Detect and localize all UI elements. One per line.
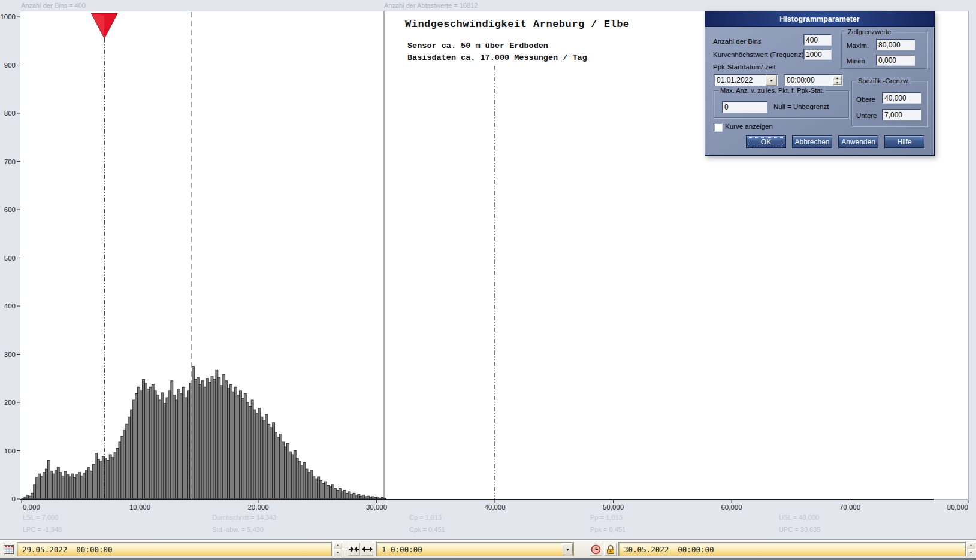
arrows-inward-icon <box>349 546 359 553</box>
stat-stddev: Std.-abw. = 5,430 <box>212 526 264 533</box>
y-tick-label: 400 <box>4 302 16 310</box>
lower-limit-input[interactable] <box>882 109 921 120</box>
upper-limit-input[interactable] <box>882 92 921 104</box>
cancel-button[interactable]: Abbrechen <box>792 135 832 148</box>
y-tick-label: 0 <box>12 495 16 503</box>
help-button[interactable]: Hilfe <box>884 135 924 148</box>
range-end-spin-up[interactable]: ▲ <box>966 542 975 549</box>
histogram-parameter-dialog: Histogrammparameter Anzahl der Bins Kurv… <box>705 11 935 156</box>
x-tick-label: 70,000 <box>839 504 860 511</box>
stat-lpc: LPC = -1,948 <box>23 526 62 533</box>
y-tick-label: 700 <box>4 158 16 165</box>
lower-label: Untere <box>856 112 877 119</box>
max-points-hint: Null = Unbegrenzt <box>773 103 829 110</box>
ppk-date-combobox[interactable]: 01.01.2022 ▼ <box>714 74 778 86</box>
stat-usl: USL = 40,000 <box>779 514 819 521</box>
x-tick-label: 80,000 <box>947 504 968 511</box>
ppk-date-value: 01.01.2022 <box>714 76 766 84</box>
freq-input[interactable] <box>803 49 832 60</box>
x-tick-label: 0,000 <box>23 504 40 511</box>
x-tick-label: 50,000 <box>603 504 624 511</box>
y-tick-label: 900 <box>4 62 16 69</box>
cell-limits-group-label: Zellgrenzwerte <box>846 28 893 35</box>
ppk-time-value: 00:00:00 <box>784 76 833 84</box>
interval-dropdown-button[interactable]: ▼ <box>563 543 573 555</box>
arrows-outward-icon <box>362 546 373 553</box>
x-tick-label: 10,000 <box>129 504 150 511</box>
dialog-title-text: Histogrammparameter <box>779 15 859 23</box>
y-tick-label: 100 <box>4 447 16 455</box>
chart-subtitle-basis: Basisdaten ca. 17.000 Messungen / Tag <box>407 53 587 62</box>
dialog-title-bar[interactable]: Histogrammparameter <box>705 11 934 27</box>
y-tick-label: 800 <box>4 110 16 117</box>
clock-icon <box>591 544 601 555</box>
stat-ppk: Ppk = 0,451 <box>590 526 626 533</box>
stat-lsl: LSL = 7,000 <box>23 514 58 521</box>
max-points-input[interactable] <box>722 101 767 113</box>
expand-range-button[interactable] <box>361 543 373 556</box>
y-tick-label: 200 <box>4 399 16 406</box>
interval-combobox[interactable]: 1 0:00:00 <box>376 542 574 556</box>
calendar-icon <box>4 544 14 554</box>
range-end-spinner: ▲ ▼ <box>966 542 975 556</box>
time-range-toolbar: 29.05.2022 00:00:00 ▲ ▼ 1 0:00:00 ▼ <box>0 540 976 558</box>
range-start-datetime-value: 29.05.2022 00:00:00 <box>22 545 113 554</box>
x-tick-label: 30,000 <box>366 504 387 511</box>
bins-count-header: Anzahl der Bins = 400 <box>21 2 86 9</box>
range-start-spin-down[interactable]: ▼ <box>333 549 342 556</box>
y-tick-label: 600 <box>4 206 16 213</box>
ppk-time-up-button[interactable]: ▲ <box>833 75 842 80</box>
apply-button[interactable]: Anwenden <box>838 135 878 148</box>
x-tick-label: 40,000 <box>484 504 505 511</box>
y-tick-label: 1000 <box>0 13 16 20</box>
window-bottom-edge <box>0 558 976 560</box>
range-end-spin-down[interactable]: ▼ <box>966 549 975 556</box>
ppk-time-down-button[interactable]: ▼ <box>833 80 842 85</box>
ppk-time-spinner[interactable]: 00:00:00 ▲▼ <box>784 74 843 86</box>
histogram-app-window: { "header": { "bins_info": "Anzahl der B… <box>0 0 976 560</box>
range-start-spin-up[interactable]: ▲ <box>333 542 342 549</box>
stat-upc: UPC = 30,635 <box>779 526 820 533</box>
y-tick-label: 500 <box>4 255 16 262</box>
min-label: Minim. <box>847 57 867 65</box>
interval-value: 1 0:00:00 <box>382 545 422 554</box>
show-curve-label: Kurve anzeigen <box>725 123 773 130</box>
x-tick-label: 20,000 <box>247 504 268 511</box>
upper-label: Obere <box>856 96 875 103</box>
ppk-start-label: Ppk-Startdatum/-zeit <box>713 63 776 71</box>
stat-mean: Durchschnitt = 14,343 <box>212 514 276 521</box>
x-tick-label: 60,000 <box>721 504 742 511</box>
lock-icon <box>606 544 615 555</box>
range-start-spinner: ▲ ▼ <box>333 542 342 556</box>
ppk-date-dropdown-button[interactable]: ▼ <box>766 75 777 86</box>
chart-title: Windgeschwindigkeit Arneburg / Elbe <box>405 19 630 30</box>
range-end-datetime-field[interactable]: 30.05.2022 00:00:00 <box>618 542 966 556</box>
max-label: Maxim. <box>847 42 869 49</box>
spec-limits-group-label: Spezifik.-Grenzw. <box>856 77 911 84</box>
range-end-datetime-value: 30.05.2022 00:00:00 <box>624 545 714 554</box>
stat-cpk: Cpk = 0,451 <box>409 526 445 533</box>
bins-input[interactable] <box>803 34 832 46</box>
max-points-group-label: Max. Anz. v. zu les. Pkt. f. Ppk-Stat. <box>718 87 826 94</box>
show-curve-checkbox[interactable] <box>714 123 723 132</box>
calendar-button[interactable] <box>2 543 15 556</box>
ok-button[interactable]: OK <box>746 135 786 148</box>
lock-button[interactable] <box>604 543 617 556</box>
clock-button[interactable] <box>590 543 602 556</box>
freq-label: Kurvenhöchstwert (Frequenz) <box>713 51 803 58</box>
chart-subtitle-sensor: Sensor ca. 50 m über Erdboden <box>407 41 548 50</box>
stat-cp: Cp = 1,013 <box>409 514 442 521</box>
range-start-datetime-field[interactable]: 29.05.2022 00:00:00 <box>17 542 332 556</box>
bins-label: Anzahl der Bins <box>713 38 762 45</box>
shrink-range-button[interactable] <box>348 543 360 556</box>
samples-count-header: Anzahl der Abtastwerte = 16812 <box>384 2 478 9</box>
min-input[interactable] <box>876 55 915 66</box>
y-tick-label: 300 <box>4 351 16 358</box>
max-input[interactable] <box>876 39 915 50</box>
stat-pp: Pp = 1,013 <box>590 514 623 521</box>
